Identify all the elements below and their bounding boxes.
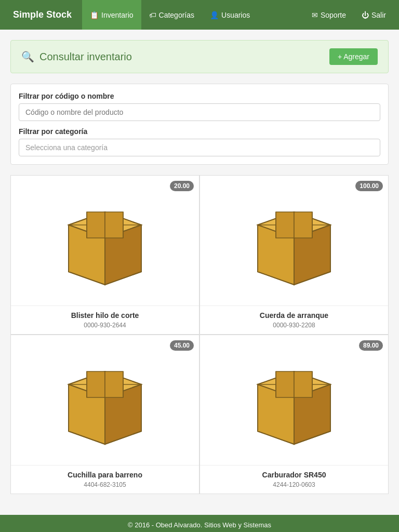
- product-box-icon-3: [53, 348, 157, 452]
- category-filter-label: Filtrar por categoría: [19, 127, 380, 136]
- product-box-icon-4: [242, 348, 346, 452]
- product-badge-2: 100.00: [355, 181, 383, 191]
- svg-marker-29: [87, 371, 105, 397]
- product-name-1: Blister hilo de corte: [16, 311, 194, 320]
- product-code-3: 4404-682-3105: [16, 481, 194, 488]
- svg-marker-18: [276, 212, 294, 238]
- product-name-3: Cuchilla para barreno: [16, 471, 194, 479]
- filter-section: Filtrar por código o nombre Filtrar por …: [10, 84, 389, 165]
- page-header: 🔍 Consultar inventario + Agregar: [10, 40, 389, 73]
- code-filter-input[interactable]: [19, 103, 380, 121]
- svg-marker-7: [87, 212, 105, 238]
- product-box-icon-2: [242, 189, 346, 292]
- product-info-2: Cuerda de arranque 0000-930-2208: [200, 305, 388, 334]
- salir-icon: ⏻: [362, 11, 369, 19]
- product-name-2: Cuerda de arranque: [205, 311, 383, 320]
- categorias-icon: 🏷: [149, 11, 156, 19]
- product-name-4: Carburador SR450: [205, 471, 383, 479]
- product-info-4: Carburador SR450 4244-120-0603: [200, 465, 388, 494]
- svg-marker-19: [294, 212, 312, 238]
- products-grid: 20.00: [10, 175, 389, 494]
- svg-marker-8: [105, 212, 123, 238]
- nav-item-salir[interactable]: ⏻ Salir: [354, 0, 394, 30]
- add-button[interactable]: + Agregar: [329, 48, 378, 65]
- product-code-4: 4244-120-0603: [205, 481, 383, 488]
- product-info-3: Cuchilla para barreno 4404-682-3105: [11, 465, 199, 494]
- nav-item-usuarios[interactable]: 👤 Usuarios: [202, 0, 258, 30]
- product-code-2: 0000-930-2208: [205, 322, 383, 329]
- page-title: 🔍 Consultar inventario: [21, 50, 132, 63]
- product-card-3[interactable]: 45.00 Cuchilla para barreno 440: [10, 335, 200, 494]
- product-badge-3: 45.00: [170, 340, 194, 351]
- code-filter-label: Filtrar por código o nombre: [19, 92, 380, 100]
- inventario-icon: 📋: [90, 11, 99, 19]
- svg-marker-30: [105, 371, 123, 397]
- product-badge-4: 89.00: [359, 340, 383, 351]
- brand: Simple Stock: [5, 9, 79, 20]
- nav-item-soporte[interactable]: ✉ Soporte: [304, 0, 354, 30]
- product-image-container-4: 89.00: [200, 335, 388, 465]
- product-info-1: Blister hilo de corte 0000-930-2644: [11, 305, 199, 334]
- main-content: 🔍 Consultar inventario + Agregar Filtrar…: [0, 30, 399, 504]
- category-filter-select[interactable]: Selecciona una categoría: [19, 139, 380, 156]
- svg-marker-40: [276, 371, 294, 397]
- nav-item-categorias[interactable]: 🏷 Categorías: [141, 0, 202, 30]
- product-card-1[interactable]: 20.00: [10, 175, 200, 335]
- soporte-icon: ✉: [312, 11, 318, 19]
- product-card-4[interactable]: 89.00 Carburador SR450 4244-120: [200, 335, 389, 494]
- nav-item-inventario[interactable]: 📋 Inventario: [82, 0, 141, 30]
- product-image-container-1: 20.00: [11, 176, 199, 305]
- navbar: Simple Stock 📋 Inventario 🏷 Categorías 👤…: [0, 0, 399, 30]
- usuarios-icon: 👤: [210, 11, 219, 19]
- search-icon: 🔍: [21, 50, 34, 63]
- footer: © 2016 - Obed Alvarado. Sitios Web y Sis…: [0, 515, 399, 532]
- product-badge-1: 20.00: [170, 181, 194, 191]
- product-image-container-2: 100.00: [200, 176, 388, 305]
- nav-right: ✉ Soporte ⏻ Salir: [304, 0, 394, 30]
- product-image-container-3: 45.00: [11, 335, 199, 465]
- svg-marker-41: [294, 371, 312, 397]
- nav-left: 📋 Inventario 🏷 Categorías 👤 Usuarios: [82, 0, 258, 30]
- product-code-1: 0000-930-2644: [16, 322, 194, 329]
- product-box-icon-1: [53, 189, 157, 292]
- product-card-2[interactable]: 100.00 Cuerda de arranque 0000-: [200, 175, 389, 335]
